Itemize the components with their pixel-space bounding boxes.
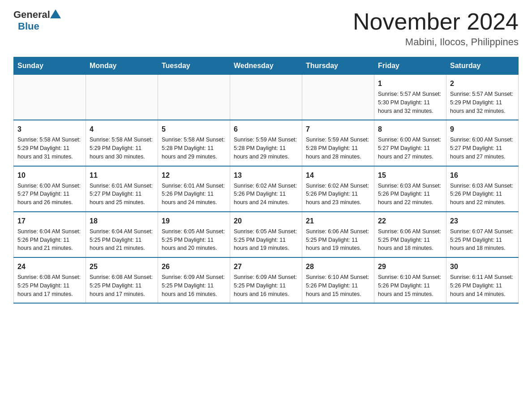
day-number: 15	[378, 170, 442, 181]
day-info: Sunrise: 6:09 AM Sunset: 5:25 PM Dayligh…	[162, 273, 226, 298]
calendar-day-cell: 4Sunrise: 5:58 AM Sunset: 5:29 PM Daylig…	[86, 120, 158, 166]
day-info: Sunrise: 5:59 AM Sunset: 5:28 PM Dayligh…	[306, 136, 370, 161]
day-number: 20	[234, 216, 298, 227]
calendar-day-cell: 17Sunrise: 6:04 AM Sunset: 5:26 PM Dayli…	[14, 212, 86, 257]
calendar-day-cell: 13Sunrise: 6:02 AM Sunset: 5:26 PM Dayli…	[230, 166, 302, 212]
day-info: Sunrise: 6:02 AM Sunset: 5:26 PM Dayligh…	[306, 182, 370, 207]
calendar-day-cell: 28Sunrise: 6:10 AM Sunset: 5:26 PM Dayli…	[302, 257, 374, 303]
logo: General Blue	[13, 9, 61, 32]
calendar-week-row: 10Sunrise: 6:00 AM Sunset: 5:27 PM Dayli…	[14, 166, 519, 212]
calendar-day-cell: 7Sunrise: 5:59 AM Sunset: 5:28 PM Daylig…	[302, 120, 374, 166]
calendar-day-cell	[230, 75, 302, 120]
day-info: Sunrise: 6:08 AM Sunset: 5:25 PM Dayligh…	[90, 273, 154, 298]
calendar-day-cell: 19Sunrise: 6:05 AM Sunset: 5:25 PM Dayli…	[158, 212, 230, 257]
weekday-header-thursday: Thursday	[302, 57, 374, 75]
calendar-week-row: 3Sunrise: 5:58 AM Sunset: 5:29 PM Daylig…	[14, 120, 519, 166]
day-number: 23	[450, 216, 515, 227]
calendar-day-cell: 5Sunrise: 5:58 AM Sunset: 5:28 PM Daylig…	[158, 120, 230, 166]
calendar-subtitle: Mabini, Ilocos, Philippines	[353, 36, 519, 48]
day-info: Sunrise: 6:06 AM Sunset: 5:25 PM Dayligh…	[378, 227, 442, 253]
day-info: Sunrise: 6:04 AM Sunset: 5:25 PM Dayligh…	[90, 227, 154, 253]
day-info: Sunrise: 6:09 AM Sunset: 5:25 PM Dayligh…	[234, 273, 298, 298]
day-number: 4	[90, 124, 154, 135]
calendar-day-cell: 27Sunrise: 6:09 AM Sunset: 5:25 PM Dayli…	[230, 257, 302, 303]
day-number: 8	[378, 124, 442, 135]
day-number: 11	[90, 170, 154, 181]
calendar-day-cell	[302, 75, 374, 120]
calendar-day-cell: 14Sunrise: 6:02 AM Sunset: 5:26 PM Dayli…	[302, 166, 374, 212]
day-number: 16	[450, 170, 515, 181]
calendar-day-cell	[158, 75, 230, 120]
calendar-day-cell: 3Sunrise: 5:58 AM Sunset: 5:29 PM Daylig…	[14, 120, 86, 166]
title-section: November 2024 Mabini, Ilocos, Philippine…	[353, 9, 519, 48]
day-info: Sunrise: 6:06 AM Sunset: 5:25 PM Dayligh…	[306, 227, 370, 253]
calendar-day-cell: 24Sunrise: 6:08 AM Sunset: 5:25 PM Dayli…	[14, 257, 86, 303]
logo-blue-text: Blue	[18, 21, 39, 32]
calendar-day-cell: 6Sunrise: 5:59 AM Sunset: 5:28 PM Daylig…	[230, 120, 302, 166]
page-header: General Blue November 2024 Mabini, Iloco…	[13, 9, 519, 48]
day-number: 13	[234, 170, 298, 181]
day-info: Sunrise: 5:57 AM Sunset: 5:29 PM Dayligh…	[450, 90, 515, 115]
calendar-day-cell	[14, 75, 86, 120]
calendar-day-cell: 26Sunrise: 6:09 AM Sunset: 5:25 PM Dayli…	[158, 257, 230, 303]
day-info: Sunrise: 6:01 AM Sunset: 5:26 PM Dayligh…	[162, 182, 226, 207]
calendar-day-cell: 2Sunrise: 5:57 AM Sunset: 5:29 PM Daylig…	[446, 75, 519, 120]
calendar-day-cell: 20Sunrise: 6:05 AM Sunset: 5:25 PM Dayli…	[230, 212, 302, 257]
day-number: 27	[234, 261, 298, 272]
calendar-day-cell: 21Sunrise: 6:06 AM Sunset: 5:25 PM Dayli…	[302, 212, 374, 257]
calendar-day-cell: 30Sunrise: 6:11 AM Sunset: 5:26 PM Dayli…	[446, 257, 519, 303]
day-info: Sunrise: 6:08 AM Sunset: 5:25 PM Dayligh…	[17, 273, 82, 298]
day-info: Sunrise: 6:03 AM Sunset: 5:26 PM Dayligh…	[450, 182, 515, 207]
weekday-header-row: SundayMondayTuesdayWednesdayThursdayFrid…	[14, 57, 519, 75]
calendar-day-cell: 1Sunrise: 5:57 AM Sunset: 5:30 PM Daylig…	[374, 75, 446, 120]
calendar-day-cell: 15Sunrise: 6:03 AM Sunset: 5:26 PM Dayli…	[374, 166, 446, 212]
day-info: Sunrise: 6:03 AM Sunset: 5:26 PM Dayligh…	[378, 182, 442, 207]
weekday-header-friday: Friday	[374, 57, 446, 75]
calendar-day-cell: 18Sunrise: 6:04 AM Sunset: 5:25 PM Dayli…	[86, 212, 158, 257]
day-info: Sunrise: 5:58 AM Sunset: 5:29 PM Dayligh…	[17, 136, 82, 161]
calendar-day-cell: 9Sunrise: 6:00 AM Sunset: 5:27 PM Daylig…	[446, 120, 519, 166]
day-number: 30	[450, 261, 515, 272]
day-number: 19	[162, 216, 226, 227]
day-info: Sunrise: 6:02 AM Sunset: 5:26 PM Dayligh…	[234, 182, 298, 207]
day-number: 28	[306, 261, 370, 272]
weekday-header-sunday: Sunday	[14, 57, 86, 75]
day-info: Sunrise: 5:59 AM Sunset: 5:28 PM Dayligh…	[234, 136, 298, 161]
day-info: Sunrise: 6:11 AM Sunset: 5:26 PM Dayligh…	[450, 273, 515, 298]
day-info: Sunrise: 6:05 AM Sunset: 5:25 PM Dayligh…	[234, 227, 298, 253]
calendar-day-cell: 29Sunrise: 6:10 AM Sunset: 5:26 PM Dayli…	[374, 257, 446, 303]
day-info: Sunrise: 5:58 AM Sunset: 5:29 PM Dayligh…	[90, 136, 154, 161]
day-number: 25	[90, 261, 154, 272]
day-info: Sunrise: 6:10 AM Sunset: 5:26 PM Dayligh…	[306, 273, 370, 298]
day-number: 7	[306, 124, 370, 135]
day-number: 5	[162, 124, 226, 135]
weekday-header-tuesday: Tuesday	[158, 57, 230, 75]
day-info: Sunrise: 5:57 AM Sunset: 5:30 PM Dayligh…	[378, 90, 442, 115]
day-info: Sunrise: 6:00 AM Sunset: 5:27 PM Dayligh…	[17, 182, 82, 207]
calendar-day-cell: 12Sunrise: 6:01 AM Sunset: 5:26 PM Dayli…	[158, 166, 230, 212]
calendar-day-cell: 11Sunrise: 6:01 AM Sunset: 5:27 PM Dayli…	[86, 166, 158, 212]
calendar-title: November 2024	[353, 9, 519, 34]
day-number: 1	[378, 78, 442, 89]
day-number: 6	[234, 124, 298, 135]
day-number: 17	[17, 216, 82, 227]
weekday-header-saturday: Saturday	[446, 57, 519, 75]
calendar-week-row: 24Sunrise: 6:08 AM Sunset: 5:25 PM Dayli…	[14, 257, 519, 303]
day-info: Sunrise: 6:00 AM Sunset: 5:27 PM Dayligh…	[378, 136, 442, 161]
day-number: 26	[162, 261, 226, 272]
day-info: Sunrise: 6:05 AM Sunset: 5:25 PM Dayligh…	[162, 227, 226, 253]
day-info: Sunrise: 6:04 AM Sunset: 5:26 PM Dayligh…	[17, 227, 82, 253]
day-number: 9	[450, 124, 515, 135]
day-number: 22	[378, 216, 442, 227]
calendar-table: SundayMondayTuesdayWednesdayThursdayFrid…	[13, 57, 519, 304]
day-info: Sunrise: 5:58 AM Sunset: 5:28 PM Dayligh…	[162, 136, 226, 161]
weekday-header-wednesday: Wednesday	[230, 57, 302, 75]
calendar-week-row: 1Sunrise: 5:57 AM Sunset: 5:30 PM Daylig…	[14, 75, 519, 120]
day-number: 18	[90, 216, 154, 227]
calendar-week-row: 17Sunrise: 6:04 AM Sunset: 5:26 PM Dayli…	[14, 212, 519, 257]
logo-general-text: General	[13, 9, 50, 21]
calendar-day-cell	[86, 75, 158, 120]
day-info: Sunrise: 6:01 AM Sunset: 5:27 PM Dayligh…	[90, 182, 154, 207]
calendar-day-cell: 25Sunrise: 6:08 AM Sunset: 5:25 PM Dayli…	[86, 257, 158, 303]
weekday-header-monday: Monday	[86, 57, 158, 75]
